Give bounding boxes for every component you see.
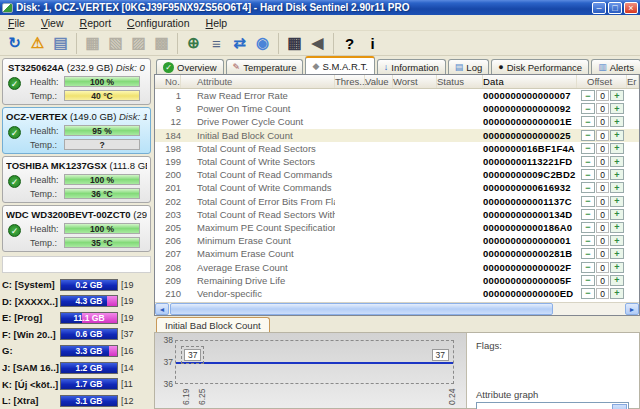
- scroll-right-arrow[interactable]: ►: [625, 303, 639, 315]
- offset-increase-button[interactable]: +: [610, 196, 624, 207]
- toolbar-button[interactable]: ▦: [76, 33, 104, 54]
- offset-decrease-button[interactable]: −: [581, 196, 595, 207]
- offset-decrease-button[interactable]: −: [581, 143, 595, 154]
- tab[interactable]: ▤ Log: [448, 59, 489, 74]
- offset-increase-button[interactable]: +: [610, 288, 624, 299]
- disk-card[interactable]: OCZ-VERTEX (149.0 GB) Disk: 1 ✓ Health: …: [2, 107, 151, 154]
- col-worst[interactable]: Worst: [393, 75, 437, 88]
- toolbar-button[interactable]: ⊕: [177, 33, 205, 54]
- scrollbar-track[interactable]: [169, 303, 625, 315]
- table-row[interactable]: 1 Raw Read Error Rate 0000000000000007 −…: [155, 89, 639, 102]
- table-row[interactable]: 198 Total Count of Read Sectors 00000000…: [155, 142, 639, 155]
- table-row[interactable]: 202 Total Count of Error Bits From Flash…: [155, 195, 639, 208]
- menu-item[interactable]: File: [0, 16, 33, 30]
- offset-decrease-button[interactable]: −: [581, 262, 595, 273]
- toolbar-button[interactable]: ◀: [306, 33, 329, 54]
- table-row[interactable]: 200 Total Count of Read Commands 0000000…: [155, 168, 639, 181]
- table-row[interactable]: 201 Total Count of Write Commands 000000…: [155, 181, 639, 194]
- partition-row[interactable]: C: [System] 0.2 GB [19: [2, 276, 151, 293]
- offset-increase-button[interactable]: +: [610, 209, 624, 220]
- offset-increase-button[interactable]: +: [610, 222, 624, 233]
- menu-item[interactable]: Report: [72, 16, 120, 30]
- menu-item[interactable]: View: [33, 16, 72, 30]
- table-row[interactable]: 12 Drive Power Cycle Count 0000000000000…: [155, 115, 639, 128]
- tab[interactable]: ✓ Overview: [156, 59, 224, 74]
- offset-increase-button[interactable]: +: [610, 130, 624, 141]
- partition-row[interactable]: J: [SAM 16..] 1.2 GB [14: [2, 359, 151, 376]
- offset-increase-button[interactable]: +: [610, 262, 624, 273]
- disk-card[interactable]: WDC WD3200BEVT-00ZCT0 (298 ✓ Health: 100…: [2, 205, 151, 252]
- offset-increase-button[interactable]: +: [610, 182, 624, 193]
- offset-decrease-button[interactable]: −: [581, 103, 595, 114]
- offset-increase-button[interactable]: +: [610, 235, 624, 246]
- col-error[interactable]: Er: [627, 75, 639, 88]
- table-row[interactable]: 9 Power On Time Count 0000000000000092 −…: [155, 102, 639, 115]
- partition-row[interactable]: F: [Win 20..] 0.6 GB [37: [2, 326, 151, 343]
- scroll-left-arrow[interactable]: ◄: [155, 303, 169, 315]
- toolbar-button[interactable]: ▦: [278, 33, 306, 54]
- col-threshold[interactable]: Thres...: [335, 75, 365, 88]
- partition-row[interactable]: D: [XXXXX..] 4.3 GB [19: [2, 293, 151, 310]
- offset-decrease-button[interactable]: −: [581, 90, 595, 101]
- disk-card[interactable]: ST3250624A (232.9 GB) Disk: 0 ✓ Health: …: [2, 58, 151, 105]
- title-bar[interactable]: Disk: 1, OCZ-VERTEX [0KGJ39F95NX9ZS56O6T…: [0, 0, 640, 15]
- table-row[interactable]: 207 Maximum Erase Count 000000000000281B…: [155, 247, 639, 260]
- offset-decrease-button[interactable]: −: [581, 235, 595, 246]
- toolbar-button[interactable]: ▤: [49, 33, 72, 54]
- offset-increase-button[interactable]: +: [610, 90, 624, 101]
- table-row[interactable]: 184 Initial Bad Block Count 000000000000…: [155, 129, 639, 142]
- subtab-initial-bad-block-count[interactable]: Initial Bad Block Count: [156, 317, 270, 332]
- partition-row[interactable]: K: [Új <köt..] 1.7 GB [11: [2, 376, 151, 393]
- offset-decrease-button[interactable]: −: [581, 248, 595, 259]
- offset-decrease-button[interactable]: −: [581, 288, 595, 299]
- attribute-graph-dropdown[interactable]: [476, 402, 629, 409]
- offset-decrease-button[interactable]: −: [581, 169, 595, 180]
- tab[interactable]: ✎ Temperature: [226, 59, 304, 74]
- col-data[interactable]: Data: [483, 75, 577, 88]
- scrollbar-thumb[interactable]: [170, 303, 553, 315]
- col-no[interactable]: No.: [155, 75, 181, 88]
- offset-decrease-button[interactable]: −: [581, 275, 595, 286]
- table-row[interactable]: 205 Maximum PE Count Specification 00000…: [155, 221, 639, 234]
- tab[interactable]: ↓ Information: [377, 59, 446, 74]
- tab[interactable]: ▥ Alerts: [591, 59, 640, 74]
- offset-increase-button[interactable]: +: [610, 248, 624, 259]
- offset-increase-button[interactable]: +: [610, 116, 624, 127]
- offset-decrease-button[interactable]: −: [581, 116, 595, 127]
- maximize-button[interactable]: □: [608, 2, 622, 14]
- toolbar-button[interactable]: i: [361, 33, 384, 54]
- disk-card[interactable]: TOSHIBA MK1237GSX (111.8 GB) ✓ Health: 1…: [2, 156, 151, 203]
- tab[interactable]: ◆ S.M.A.R.T.: [305, 56, 374, 74]
- offset-decrease-button[interactable]: −: [581, 156, 595, 167]
- table-row[interactable]: 199 Total Count of Write Sectors 0000000…: [155, 155, 639, 168]
- col-offset[interactable]: Offset: [581, 75, 627, 88]
- offset-increase-button[interactable]: +: [610, 156, 624, 167]
- col-status[interactable]: Status: [437, 75, 483, 88]
- table-header[interactable]: No. Attribute Thres... Value Worst Statu…: [155, 75, 639, 89]
- table-row[interactable]: 208 Average Erase Count 000000000000002F…: [155, 260, 639, 273]
- attribute-graph[interactable]: 38 37 36 37 37 6.19 6.25 0.24: [155, 333, 467, 408]
- toolbar-button[interactable]: ▩: [150, 33, 173, 54]
- offset-decrease-button[interactable]: −: [581, 130, 595, 141]
- table-row[interactable]: 203 Total Count of Read Sectors With Cor…: [155, 208, 639, 221]
- offset-increase-button[interactable]: +: [610, 275, 624, 286]
- table-row[interactable]: 210 Vendor-specific 00000000000000ED − 0…: [155, 287, 639, 300]
- minimize-button[interactable]: –: [592, 2, 606, 14]
- offset-increase-button[interactable]: +: [610, 169, 624, 180]
- partition-row[interactable]: G: 3.3 GB [16: [2, 343, 151, 360]
- offset-increase-button[interactable]: +: [610, 103, 624, 114]
- offset-decrease-button[interactable]: −: [581, 182, 595, 193]
- partition-row[interactable]: E: [Prog] 11.1 GB [19: [2, 309, 151, 326]
- col-value[interactable]: Value: [365, 75, 393, 88]
- offset-increase-button[interactable]: +: [610, 143, 624, 154]
- horizontal-scrollbar[interactable]: ◄ ►: [155, 302, 639, 315]
- menu-item[interactable]: Help: [198, 16, 236, 30]
- partition-row[interactable]: L: [Xtra] 3.1 GB [12: [2, 392, 151, 409]
- toolbar-button[interactable]: ⚠: [26, 33, 49, 54]
- table-row[interactable]: 206 Minimum Erase Count 0000000000000001…: [155, 234, 639, 247]
- toolbar-button[interactable]: ⇄: [228, 33, 251, 54]
- tab[interactable]: ● Disk Performance: [491, 59, 589, 74]
- toolbar-button[interactable]: ◉: [251, 33, 274, 54]
- close-button[interactable]: ×: [624, 2, 638, 14]
- toolbar-button[interactable]: ?: [333, 33, 361, 54]
